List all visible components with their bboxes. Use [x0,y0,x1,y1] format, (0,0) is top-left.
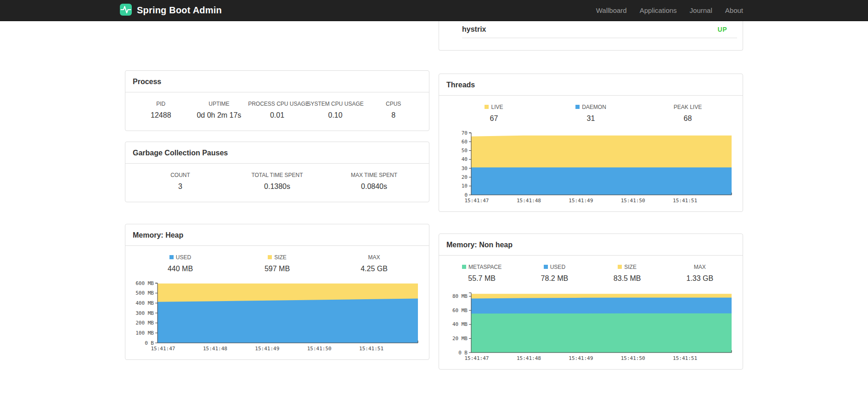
svg-text:60 MB: 60 MB [452,308,468,313]
stat-value: 12488 [132,111,190,120]
gc-panel-title: Garbage Collection Pauses [133,149,422,157]
status-badge: UP [718,26,727,33]
brand-link[interactable]: Spring Boot Admin [119,3,222,18]
nav-link-journal[interactable]: Journal [683,6,719,14]
stat-value: 597 MB [229,265,326,273]
right-column: hystrix UP Threads LIVE 67 DAEMON 31 [439,21,743,370]
stat-label: SIZE [591,264,664,270]
gc-panel: Garbage Collection Pauses COUNT 3 TOTAL … [125,142,429,202]
memory-heap-body: USED 440 MB SIZE 597 MB MAX 4.25 GB 0 B1… [125,246,429,359]
stat-label: PROCESS CPU USAGE [248,101,306,107]
svg-text:60: 60 [462,139,468,145]
nav-link-applications[interactable]: Applications [633,6,683,14]
stat-value: 78.2 MB [518,274,591,283]
gc-panel-heading: Garbage Collection Pauses [125,142,429,164]
stat-label: LIVE [445,104,542,110]
svg-text:15:41:51: 15:41:51 [359,346,383,352]
stat-nonheap-used: USED 78.2 MB [518,264,591,283]
svg-text:15:41:49: 15:41:49 [255,346,279,352]
svg-text:30: 30 [462,165,468,171]
svg-text:15:41:51: 15:41:51 [673,198,697,204]
legend-swatch-used [169,255,174,259]
memory-nonheap-stats: METASPACE 55.7 MB USED 78.2 MB SIZE 83.5… [445,264,736,283]
svg-text:15:41:51: 15:41:51 [673,355,697,361]
process-panel-heading: Process [125,71,429,92]
stat-value: 55.7 MB [445,274,518,283]
stat-label: UPTIME [190,101,248,107]
health-row-hystrix: hystrix UP [462,21,737,38]
stat-value: 68 [639,114,736,123]
memory-heap-panel-title: Memory: Heap [133,231,422,239]
svg-text:20 MB: 20 MB [452,336,468,342]
stat-label: COUNT [132,172,229,178]
stat-value: 0.10 [306,111,365,120]
svg-text:300 MB: 300 MB [135,310,154,316]
stat-label: MAX [664,264,736,270]
svg-text:100 MB: 100 MB [135,330,154,336]
stat-value: 31 [542,114,639,123]
svg-text:500 MB: 500 MB [135,290,154,296]
threads-chart: 01020304050607015:41:4715:41:4815:41:491… [445,129,736,205]
svg-text:0 B: 0 B [145,340,154,346]
svg-text:15:41:47: 15:41:47 [465,355,489,361]
left-column: Process PID 12488 UPTIME 0d 0h 2m 17s PR… [125,21,429,370]
svg-text:200 MB: 200 MB [135,320,154,326]
svg-text:600 MB: 600 MB [135,280,154,286]
svg-text:0: 0 [464,192,468,198]
svg-text:15:41:50: 15:41:50 [621,355,645,361]
nav-link-about[interactable]: About [719,6,743,14]
svg-text:15:41:50: 15:41:50 [307,346,332,352]
stat-value: 1.33 GB [664,274,736,283]
memory-heap-chart: 0 B100 MB200 MB300 MB400 MB500 MB600 MB1… [132,279,423,353]
stat-pid: PID 12488 [132,101,190,120]
svg-text:15:41:49: 15:41:49 [569,198,593,204]
legend-swatch-daemon [575,105,580,109]
stat-value: 8 [364,111,423,120]
stat-value: 0.0840s [326,182,423,191]
stat-gc-count: COUNT 3 [132,172,229,191]
stat-label: PEAK LIVE [639,104,736,110]
memory-nonheap-chart: 0 B20 MB40 MB60 MB80 MB15:41:4715:41:481… [445,289,736,363]
svg-text:10: 10 [462,183,468,189]
stat-heap-used: USED 440 MB [132,254,229,273]
svg-text:15:41:49: 15:41:49 [569,355,593,361]
process-panel-title: Process [133,78,422,86]
legend-swatch-live [485,105,489,109]
stat-label: USED [132,254,229,261]
nav-links: Wallboard Applications Journal About [590,6,743,14]
svg-text:15:41:48: 15:41:48 [517,355,541,361]
health-service-name: hystrix [462,25,486,34]
memory-nonheap-panel-heading: Memory: Non heap [439,234,743,256]
stat-cpus: CPUS 8 [364,101,423,120]
brand-logo-icon [119,3,132,18]
svg-text:50: 50 [462,148,468,154]
brand-title: Spring Boot Admin [137,5,222,16]
stat-value: 83.5 MB [591,274,664,283]
memory-heap-stats: USED 440 MB SIZE 597 MB MAX 4.25 GB [132,254,423,273]
process-panel: Process PID 12488 UPTIME 0d 0h 2m 17s PR… [125,70,429,131]
process-stats: PID 12488 UPTIME 0d 0h 2m 17s PROCESS CP… [125,92,429,131]
stat-threads-live: LIVE 67 [445,104,542,123]
stat-threads-peak-live: PEAK LIVE 68 [639,104,736,123]
stat-label: SIZE [229,254,326,261]
stat-uptime: UPTIME 0d 0h 2m 17s [190,101,248,120]
memory-nonheap-panel-title: Memory: Non heap [446,241,735,249]
stat-label: PID [132,101,190,107]
stat-nonheap-size: SIZE 83.5 MB [591,264,664,283]
svg-text:400 MB: 400 MB [135,300,154,306]
stat-value: 0.1380s [229,182,326,191]
memory-heap-panel: Memory: Heap USED 440 MB SIZE 597 MB MAX… [125,224,429,360]
stat-nonheap-max: MAX 1.33 GB [664,264,736,283]
gc-stats: COUNT 3 TOTAL TIME SPENT 0.1380s MAX TIM… [125,164,429,202]
svg-text:15:41:50: 15:41:50 [621,198,645,204]
stat-label: USED [518,264,591,270]
stat-label: CPUS [364,101,423,107]
stat-value: 3 [132,182,229,191]
stat-value: 67 [445,114,542,123]
stat-label: TOTAL TIME SPENT [229,172,326,178]
nav-link-wallboard[interactable]: Wallboard [590,6,633,14]
svg-text:15:41:48: 15:41:48 [203,346,227,352]
svg-text:0 B: 0 B [458,350,468,356]
stat-heap-size: SIZE 597 MB [229,254,326,273]
svg-text:20: 20 [462,174,468,180]
